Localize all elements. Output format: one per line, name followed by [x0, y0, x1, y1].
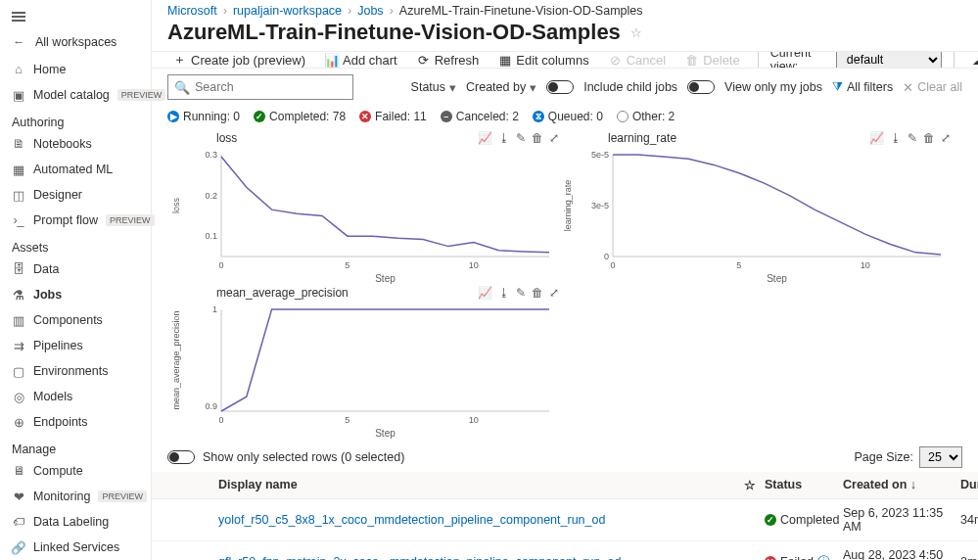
job-link[interactable]: gfl_r50_fpn_mstrain_2x_coco - mmdetectio… — [218, 555, 621, 560]
view-mine-toggle[interactable] — [687, 80, 715, 94]
status-running[interactable]: ▶Running: 0 — [167, 110, 240, 123]
created-by-filter[interactable]: Created by▾ — [466, 80, 536, 95]
all-filters-button[interactable]: ⧩All filters — [832, 80, 893, 95]
chart-loss: loss 📈⭳✎🗑⤢ 0.10.20.30510Steploss — [167, 129, 559, 284]
edit-icon[interactable]: ✎ — [908, 131, 917, 145]
sidebar-item-endpoints[interactable]: ⊕Endpoints — [0, 409, 151, 435]
trash-icon[interactable]: 🗑 — [923, 131, 935, 145]
clear-all-button[interactable]: ✕Clear all — [903, 80, 962, 95]
status-failed[interactable]: ✕Failed: 11 — [359, 110, 427, 123]
edit-icon[interactable]: ✎ — [516, 286, 526, 300]
sidebar-item-model-catalog[interactable]: ▣Model catalogpreview — [0, 82, 151, 108]
trash-icon[interactable]: 🗑 — [532, 286, 543, 300]
breadcrumb: Microsoft› rupaljain-workspace› Jobs› Az… — [152, 0, 978, 20]
expand-icon[interactable]: ⤢ — [941, 131, 951, 145]
info-icon[interactable]: ⓘ — [817, 554, 830, 561]
crumb-current: AzureML-Train-Finetune-Vision-OD-Samples — [399, 4, 643, 18]
save-view-button[interactable]: ☁Save view▾ — [966, 51, 978, 69]
line-chart-icon[interactable]: 📈 — [478, 286, 492, 300]
svg-text:5: 5 — [345, 415, 349, 425]
col-created-on[interactable]: Created on ↓ — [843, 478, 960, 492]
status-canceled[interactable]: –Canceled: 2 — [441, 110, 519, 123]
table-row[interactable]: yolof_r50_c5_8x8_1x_coco_mmdetection_pip… — [152, 499, 978, 541]
include-child-toggle[interactable] — [546, 80, 574, 94]
filter-bar: 🔍 Status▾ Created by▾ Include child jobs… — [152, 69, 978, 106]
show-selected-label: Show only selected rows (0 selected) — [203, 450, 404, 464]
sidebar-item-jobs[interactable]: ⚗Jobs — [0, 282, 151, 307]
status-cell: ✕Failed ⓘ — [765, 554, 843, 561]
delete-button: 🗑Delete — [679, 51, 746, 69]
sidebar-item-automl[interactable]: ▦Automated ML — [0, 157, 151, 182]
svg-text:Step: Step — [767, 273, 787, 284]
components-icon: ▥ — [12, 313, 25, 327]
compute-icon: 🖥 — [12, 464, 25, 478]
sidebar-item-designer[interactable]: ◫Designer — [0, 182, 151, 208]
line-chart-icon[interactable]: 📈 — [869, 131, 884, 145]
favorite-star-icon[interactable]: ☆ — [630, 25, 642, 40]
col-display-name[interactable]: Display name — [207, 478, 735, 492]
chevron-down-icon: ▾ — [530, 80, 536, 95]
download-icon[interactable]: ⭳ — [498, 286, 510, 300]
search-input[interactable] — [195, 80, 349, 94]
search-input-wrap[interactable]: 🔍 — [167, 74, 353, 100]
pipelines-icon: ⇉ — [12, 339, 25, 352]
expand-icon[interactable]: ⤢ — [549, 286, 559, 300]
status-queued[interactable]: ⧖Queued: 0 — [533, 110, 603, 123]
sidebar-item-notebooks[interactable]: 🗎Notebooks — [0, 131, 151, 157]
sidebar-item-monitoring[interactable]: ❤Monitoringpreview — [0, 484, 151, 509]
download-icon[interactable]: ⭳ — [890, 131, 902, 145]
trash-icon[interactable]: 🗑 — [532, 131, 543, 145]
status-other[interactable]: Other: 2 — [617, 110, 675, 123]
sidebar-item-linked-services[interactable]: 🔗Linked Services — [0, 535, 151, 560]
svg-text:0: 0 — [604, 252, 609, 261]
col-duration[interactable]: Durat — [960, 478, 978, 492]
chart-icon: 📊 — [325, 54, 338, 67]
refresh-button[interactable]: ⟳Refresh — [411, 51, 486, 69]
sidebar-item-data-labeling[interactable]: 🏷Data Labeling — [0, 509, 151, 535]
status-filter[interactable]: Status▾ — [411, 80, 456, 95]
col-favorite[interactable]: ☆ — [735, 478, 765, 492]
jobs-table: Show only selected rows (0 selected) Pag… — [152, 441, 978, 560]
chevron-right-icon: › — [223, 4, 227, 18]
page-size-select[interactable]: 25 — [919, 446, 962, 468]
line-chart-icon[interactable]: 📈 — [478, 131, 492, 145]
status-completed[interactable]: ✓Completed: 78 — [254, 110, 346, 123]
sidebar-item-compute[interactable]: 🖥Compute — [0, 458, 151, 484]
show-selected-toggle[interactable] — [167, 450, 195, 464]
col-status[interactable]: Status — [765, 478, 843, 492]
preview-badge: preview — [98, 490, 147, 502]
main: Microsoft› rupaljain-workspace› Jobs› Az… — [152, 0, 978, 560]
back-all-workspaces[interactable]: ← All workspaces — [0, 29, 151, 55]
download-icon[interactable]: ⭳ — [498, 131, 510, 145]
section-authoring: Authoring — [0, 108, 151, 131]
sidebar-item-environments[interactable]: ▢Environments — [0, 358, 151, 384]
toggle-label: Include child jobs — [583, 80, 677, 94]
close-icon: ✕ — [903, 80, 913, 95]
sort-down-icon: ↓ — [910, 478, 916, 491]
sidebar-item-data[interactable]: 🗄Data — [0, 257, 151, 282]
crumb-workspace[interactable]: rupaljain-workspace — [233, 4, 342, 18]
expand-icon[interactable]: ⤢ — [549, 131, 559, 145]
add-chart-button[interactable]: 📊Add chart — [319, 51, 403, 69]
create-job-button[interactable]: ＋Create job (preview) — [167, 51, 311, 69]
crumb-jobs[interactable]: Jobs — [357, 4, 383, 18]
table-row[interactable]: gfl_r50_fpn_mstrain_2x_coco - mmdetectio… — [152, 541, 978, 560]
edit-icon[interactable]: ✎ — [516, 131, 526, 145]
crumb-microsoft[interactable]: Microsoft — [167, 4, 217, 18]
svg-text:10: 10 — [861, 260, 870, 270]
sidebar: ← All workspaces ⌂Home ▣Model catalogpre… — [0, 0, 152, 560]
sidebar-item-pipelines[interactable]: ⇉Pipelines — [0, 333, 151, 358]
job-link[interactable]: yolof_r50_c5_8x8_1x_coco_mmdetection_pip… — [218, 513, 605, 527]
svg-text:0.2: 0.2 — [205, 191, 217, 201]
svg-text:5e-5: 5e-5 — [591, 150, 609, 160]
hamburger-icon[interactable] — [0, 4, 151, 29]
edit-columns-button[interactable]: ▦Edit columns — [492, 51, 594, 69]
sidebar-item-home[interactable]: ⌂Home — [0, 57, 151, 82]
view-select[interactable]: default — [836, 51, 943, 69]
sidebar-item-models[interactable]: ◎Models — [0, 384, 151, 409]
sidebar-item-prompt-flow[interactable]: ›_Prompt flowpreview — [0, 208, 151, 233]
environments-icon: ▢ — [12, 364, 25, 378]
sidebar-item-components[interactable]: ▥Components — [0, 307, 151, 333]
page-title: AzureML-Train-Finetune-Vision-OD-Samples — [167, 20, 621, 45]
plus-icon: ＋ — [173, 54, 186, 67]
